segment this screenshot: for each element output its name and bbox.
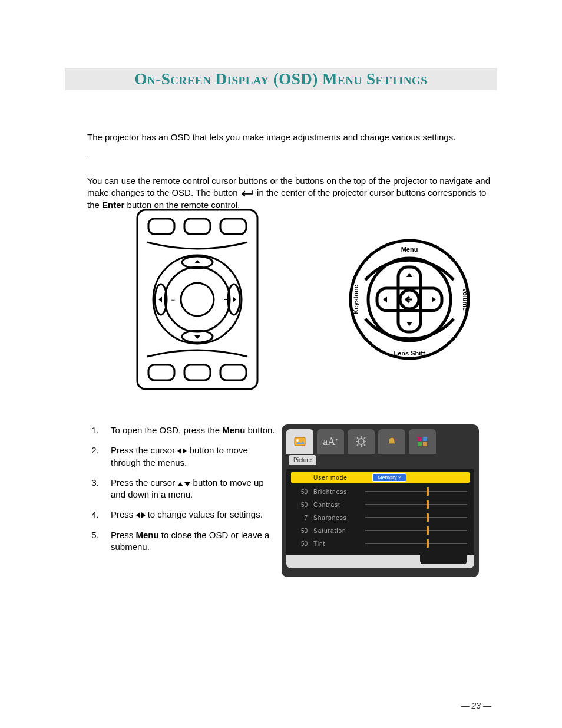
step-text: Press the cursor [111, 477, 177, 487]
remote-dpad-illustration: Menu Lens Shift Keystone Volume [348, 238, 471, 361]
osd-row-saturation: 50Saturation [291, 524, 470, 537]
svg-rect-2 [184, 219, 210, 234]
enter-arrow-icon [240, 188, 254, 195]
dpad-label-left: Keystone [352, 285, 359, 314]
step-text: Press [111, 509, 136, 519]
osd-body: -- User mode Memory 2 50Brightness50Cont… [286, 469, 474, 556]
svg-line-32 [364, 437, 365, 439]
intro-paragraph: The projector has an OSD that lets you m… [87, 131, 491, 143]
triangle-left-icon [177, 448, 181, 454]
osd-slider [365, 543, 467, 544]
picture-icon [293, 435, 306, 448]
step-4: Press to change values for settings. [101, 509, 276, 521]
steps-list: To open the OSD, press the Menu button.P… [87, 424, 276, 561]
osd-label: Contrast [313, 502, 361, 508]
osd-row-tint: 50Tint [291, 537, 470, 550]
step-1: To open the OSD, press the Menu button. [101, 424, 276, 436]
osd-tab-settings [348, 429, 375, 454]
step-3: Press the cursor button to move up and d… [101, 477, 276, 501]
svg-line-30 [364, 444, 365, 446]
triangle-left-icon [136, 512, 140, 518]
page-number: — 23 — [461, 701, 491, 710]
step-2: Press the cursor button to move through … [101, 444, 276, 469]
osd-slider [365, 491, 467, 492]
dpad-label-right: Volume [462, 288, 469, 311]
svg-rect-36 [423, 442, 427, 446]
triangle-down-icon [184, 482, 190, 486]
osd-label: Brightness [313, 489, 361, 495]
projector-top-illustration: − + [135, 208, 259, 391]
svg-line-31 [357, 444, 358, 446]
svg-rect-1 [148, 219, 174, 234]
osd-label: Sharpness [313, 515, 361, 521]
osd-tab-font: aA+ [317, 429, 344, 454]
osd-row-sharpness: 7Sharpness [291, 511, 470, 524]
step-text: Press [111, 530, 136, 540]
svg-rect-14 [184, 365, 210, 380]
svg-rect-15 [220, 365, 246, 380]
osd-value: 50 [291, 528, 308, 534]
squares-icon [416, 436, 428, 447]
osd-header-row: -- User mode Memory 2 [291, 472, 470, 483]
osd-label: Saturation [313, 528, 361, 534]
osd-label: Tint [313, 541, 361, 547]
osd-slider-handle [427, 500, 429, 509]
osd-slider [365, 517, 467, 518]
page-title-bar: On-Screen Display (OSD) Menu Settings [65, 68, 497, 90]
svg-rect-33 [418, 437, 422, 441]
osd-slider-handle [427, 513, 429, 522]
osd-slider [365, 504, 467, 505]
gear-icon [355, 435, 368, 448]
step-bold-label: Menu [136, 530, 159, 540]
step-5: Press Menu to close the OSD or leave a s… [101, 529, 276, 554]
osd-header-badge: Memory 2 [372, 473, 406, 482]
svg-text:+: + [224, 296, 228, 304]
osd-tab-picture [286, 429, 313, 454]
svg-rect-13 [148, 365, 174, 380]
svg-point-24 [358, 439, 364, 444]
osd-value: 7 [291, 515, 308, 521]
dpad-label-bottom: Lens Shift [394, 350, 425, 357]
osd-row-contrast: 50Contrast [291, 498, 470, 511]
osd-slider-handle [427, 526, 429, 535]
step-text: To open the OSD, press the [111, 425, 222, 435]
section-heading-rule [87, 156, 193, 156]
triangle-up-icon [177, 482, 183, 486]
step-bold-label: Menu [222, 425, 245, 435]
svg-rect-35 [418, 442, 422, 446]
osd-tabs: aA+ [282, 424, 479, 454]
triangle-right-icon [141, 512, 146, 518]
osd-header-label: User mode [313, 475, 361, 481]
osd-value: 50 [291, 502, 308, 508]
svg-point-23 [296, 439, 299, 442]
osd-tab-layout [409, 429, 436, 454]
osd-footer [286, 555, 474, 568]
step-text: Press the cursor [111, 445, 177, 455]
step-text: to change values for settings. [146, 509, 263, 519]
page-title: On-Screen Display (OSD) Menu Settings [135, 70, 428, 88]
font-icon: aA+ [323, 436, 338, 448]
osd-slider-handle [427, 539, 429, 548]
osd-row-brightness: 50Brightness [291, 485, 470, 498]
osd-tab-audio [378, 429, 405, 454]
osd-value: 50 [291, 489, 308, 495]
svg-rect-34 [423, 437, 427, 441]
osd-active-tab-label: Picture [289, 455, 316, 465]
svg-rect-3 [220, 219, 246, 234]
step-text: button. [245, 425, 275, 435]
osd-value: 50 [291, 541, 308, 547]
svg-line-29 [357, 437, 358, 439]
enter-label: Enter [102, 200, 124, 210]
svg-point-6 [181, 283, 214, 316]
svg-text:−: − [171, 296, 175, 304]
bell-icon [385, 435, 398, 448]
osd-preview: aA+ [282, 424, 479, 577]
osd-slider-handle [427, 487, 429, 496]
osd-slider [365, 530, 467, 531]
dpad-label-top: Menu [401, 246, 418, 253]
